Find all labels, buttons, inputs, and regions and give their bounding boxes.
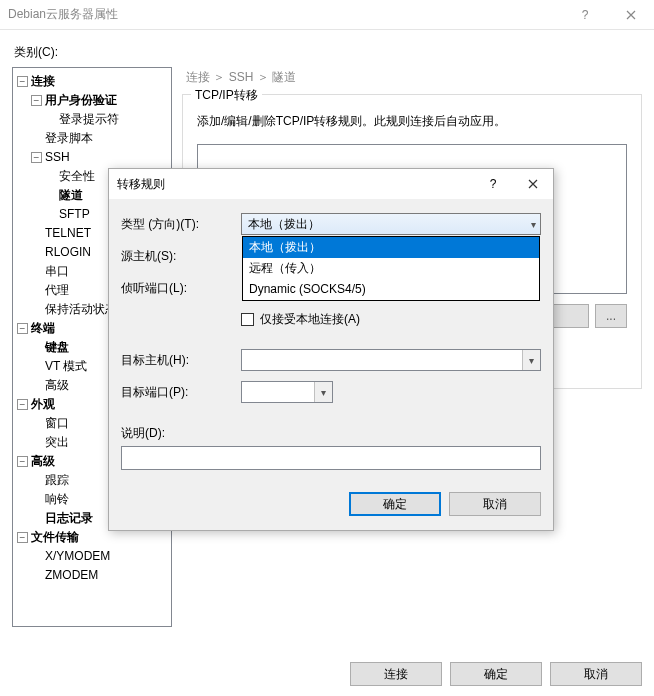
tree-advanced[interactable]: 高级 bbox=[31, 454, 55, 468]
tree-login-prompt[interactable]: 登录提示符 bbox=[59, 112, 119, 126]
tree-appearance[interactable]: 外观 bbox=[31, 397, 55, 411]
help-button[interactable]: ? bbox=[562, 0, 608, 30]
breadcrumb: 连接 ＞ SSH ＞ 隧道 bbox=[186, 69, 642, 86]
source-host-label: 源主机(S): bbox=[121, 248, 241, 265]
dialog-cancel-button[interactable]: 取消 bbox=[449, 492, 541, 516]
dialog-titlebar: 转移规则 ? bbox=[109, 169, 553, 199]
dest-host-label: 目标主机(H): bbox=[121, 352, 241, 369]
dialog-help-button[interactable]: ? bbox=[473, 169, 513, 199]
type-combobox[interactable]: 本地（拨出） ▾ 本地（拨出） 远程（传入） Dynamic (SOCKS4/5… bbox=[241, 213, 541, 235]
dialog-close-button[interactable] bbox=[513, 169, 553, 199]
tree-security[interactable]: 安全性 bbox=[59, 169, 95, 183]
tree-serial[interactable]: 串口 bbox=[45, 264, 69, 278]
tree-ssh[interactable]: SSH bbox=[45, 150, 70, 164]
description-input[interactable] bbox=[121, 446, 541, 470]
tree-adv-terminal[interactable]: 高级 bbox=[45, 378, 69, 392]
group-title: TCP/IP转移 bbox=[191, 87, 262, 104]
type-option-dynamic[interactable]: Dynamic (SOCKS4/5) bbox=[243, 279, 539, 300]
tree-window[interactable]: 窗口 bbox=[45, 416, 69, 430]
type-option-remote[interactable]: 远程（传入） bbox=[243, 258, 539, 279]
connect-button[interactable]: 连接 bbox=[350, 662, 442, 686]
chevron-down-icon: ▾ bbox=[531, 219, 536, 230]
tree-sftp[interactable]: SFTP bbox=[59, 207, 90, 221]
type-value: 本地（拨出） bbox=[248, 216, 320, 233]
dialog-title: 转移规则 bbox=[117, 176, 165, 193]
cancel-button[interactable]: 取消 bbox=[550, 662, 642, 686]
ok-button[interactable]: 确定 bbox=[450, 662, 542, 686]
dest-host-combobox[interactable]: ▾ bbox=[241, 349, 541, 371]
tree-terminal[interactable]: 终端 bbox=[31, 321, 55, 335]
group-desc: 添加/编辑/删除TCP/IP转移规则。此规则连接后自动应用。 bbox=[197, 113, 627, 130]
accept-local-checkbox[interactable]: 仅接受本地连接(A) bbox=[241, 311, 360, 328]
main-titlebar: Debian云服务器属性 ? bbox=[0, 0, 654, 30]
tree-tunnel[interactable]: 隧道 bbox=[59, 188, 83, 202]
type-label: 类型 (方向)(T): bbox=[121, 216, 241, 233]
tree-telnet[interactable]: TELNET bbox=[45, 226, 91, 240]
close-icon bbox=[528, 179, 538, 189]
type-option-local[interactable]: 本地（拨出） bbox=[243, 237, 539, 258]
checkbox-icon bbox=[241, 313, 254, 326]
expander-icon[interactable]: − bbox=[31, 95, 42, 106]
tree-keyboard[interactable]: 键盘 bbox=[45, 340, 69, 354]
tree-bell[interactable]: 响铃 bbox=[45, 492, 69, 506]
tree-xymodem[interactable]: X/YMODEM bbox=[45, 549, 110, 563]
category-label: 类别(C): bbox=[14, 44, 642, 61]
description-label: 说明(D): bbox=[121, 425, 541, 442]
expander-icon[interactable]: − bbox=[17, 532, 28, 543]
tree-connection[interactable]: 连接 bbox=[31, 74, 55, 88]
expander-icon[interactable]: − bbox=[17, 323, 28, 334]
expander-icon[interactable]: − bbox=[17, 76, 28, 87]
window-title: Debian云服务器属性 bbox=[8, 6, 118, 23]
chevron-down-icon: ▾ bbox=[314, 382, 332, 402]
dest-port-label: 目标端口(P): bbox=[121, 384, 241, 401]
tree-trace[interactable]: 跟踪 bbox=[45, 473, 69, 487]
dialog-ok-button[interactable]: 确定 bbox=[349, 492, 441, 516]
tree-zmodem[interactable]: ZMODEM bbox=[45, 568, 98, 582]
close-button[interactable] bbox=[608, 0, 654, 30]
expander-icon[interactable]: − bbox=[17, 399, 28, 410]
expander-icon[interactable]: − bbox=[31, 152, 42, 163]
expander-icon[interactable]: − bbox=[17, 456, 28, 467]
tree-highlight[interactable]: 突出 bbox=[45, 435, 69, 449]
type-dropdown: 本地（拨出） 远程（传入） Dynamic (SOCKS4/5) bbox=[242, 236, 540, 301]
main-footer-buttons: 连接 确定 取消 bbox=[350, 662, 642, 686]
chevron-down-icon: ▾ bbox=[522, 350, 540, 370]
tree-rlogin[interactable]: RLOGIN bbox=[45, 245, 91, 259]
tree-keepalive[interactable]: 保持活动状态 bbox=[45, 302, 117, 316]
tree-login-script[interactable]: 登录脚本 bbox=[45, 131, 93, 145]
dest-port-combobox[interactable]: ▾ bbox=[241, 381, 333, 403]
accept-local-label: 仅接受本地连接(A) bbox=[260, 311, 360, 328]
close-icon bbox=[626, 10, 636, 20]
tree-log[interactable]: 日志记录 bbox=[45, 511, 93, 525]
tree-auth[interactable]: 用户身份验证 bbox=[45, 93, 117, 107]
tree-filetransfer[interactable]: 文件传输 bbox=[31, 530, 79, 544]
forward-rule-dialog: 转移规则 ? 类型 (方向)(T): 本地（拨出） ▾ 本地（拨出） 远程（传入… bbox=[108, 168, 554, 531]
tree-proxy[interactable]: 代理 bbox=[45, 283, 69, 297]
tree-vtmode[interactable]: VT 模式 bbox=[45, 359, 87, 373]
more-button[interactable]: ... bbox=[595, 304, 627, 328]
listen-port-label: 侦听端口(L): bbox=[121, 280, 241, 297]
